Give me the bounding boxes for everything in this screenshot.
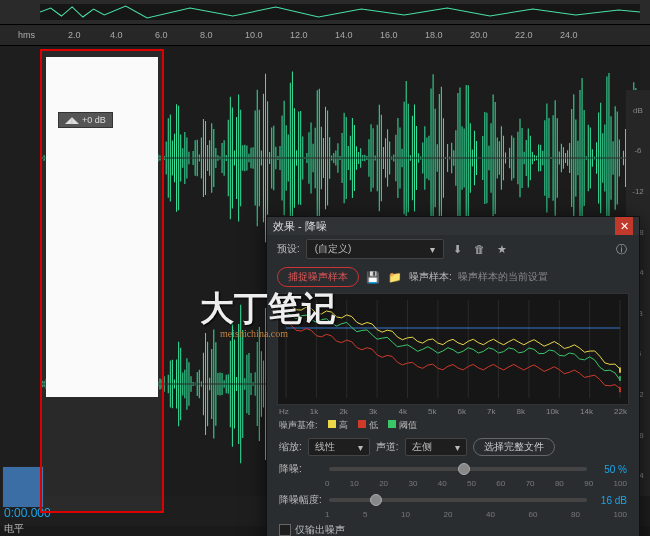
preset-dropdown[interactable]: (自定义) ▾ [306, 239, 444, 259]
ruler-tick: 22.0 [515, 30, 533, 40]
noise-reduction-slider[interactable] [329, 467, 587, 471]
scale-value: 线性 [315, 440, 335, 454]
ruler-tick: 18.0 [425, 30, 443, 40]
channel-value: 左侧 [412, 440, 432, 454]
gain-badge[interactable]: ◢◣ +0 dB [58, 112, 113, 128]
ruler-tick: 2.0 [68, 30, 81, 40]
ruler-tick: 14.0 [335, 30, 353, 40]
channel-dropdown[interactable]: 左侧▾ [405, 438, 467, 456]
favorite-icon[interactable]: ★ [494, 241, 510, 257]
legend-label: 噪声基准: [279, 419, 318, 432]
nr-label: 降噪: [279, 462, 323, 476]
chevron-down-icon: ▾ [358, 442, 363, 453]
ruler-tick: 4.0 [110, 30, 123, 40]
save-sample-icon[interactable]: 💾 [365, 269, 381, 285]
noise-reduction-dialog: 效果 - 降噪 ✕ 预设: (自定义) ▾ ⬇ 🗑 ★ ⓘ 捕捉噪声样本 💾 📁… [266, 216, 640, 536]
timecode-display[interactable]: 0:00.000 [4, 506, 51, 520]
amt-value[interactable]: 16 dB [593, 495, 627, 506]
checkbox-icon[interactable] [279, 524, 291, 536]
legend-thresh: 阈值 [399, 420, 417, 430]
ruler-tick: 8.0 [200, 30, 213, 40]
scale-tick: -6 [626, 146, 650, 155]
dialog-title-text: 效果 - 降噪 [273, 219, 327, 234]
ruler-tick: 20.0 [470, 30, 488, 40]
select-entire-file-button[interactable]: 选择完整文件 [473, 438, 555, 456]
preset-value: (自定义) [315, 242, 352, 256]
scale-label: 缩放: [279, 440, 302, 454]
time-ruler[interactable]: hms 2.0 4.0 6.0 8.0 10.0 12.0 14.0 16.0 … [0, 25, 650, 46]
nr-row: 降噪: 50 % [267, 459, 639, 479]
svg-rect-0 [40, 4, 640, 20]
ruler-tick: 6.0 [155, 30, 168, 40]
capture-row: 捕捉噪声样本 💾 📁 噪声样本: 噪声样本的当前设置 [267, 263, 639, 291]
scale-tick: -12 [626, 187, 650, 196]
level-label: 电平 [4, 522, 24, 536]
output-noise-only-row[interactable]: 仅输出噪声 [267, 521, 639, 536]
chevron-down-icon: ▾ [455, 442, 460, 453]
preset-label: 预设: [277, 242, 300, 256]
capture-noise-button[interactable]: 捕捉噪声样本 [277, 267, 359, 287]
app-topbar [0, 0, 650, 25]
ruler-tick: 24.0 [560, 30, 578, 40]
scale-db: dB [626, 106, 650, 115]
amt-label: 降噪幅度: [279, 493, 323, 507]
noise-sample-hint: 噪声样本的当前设置 [458, 270, 548, 284]
output-noise-only-label: 仅输出噪声 [295, 523, 345, 536]
ruler-tick: 16.0 [380, 30, 398, 40]
folder-icon[interactable]: 📁 [387, 269, 403, 285]
close-button[interactable]: ✕ [615, 217, 633, 235]
asset-thumbnail[interactable] [2, 466, 44, 508]
reduce-by-slider[interactable] [329, 498, 587, 502]
noise-sample-label: 噪声样本: [409, 270, 452, 284]
dialog-titlebar[interactable]: 效果 - 降噪 ✕ [267, 217, 639, 235]
gain-icon: ◢◣ [65, 115, 79, 125]
ruler-unit: hms [18, 30, 35, 40]
chart-legend: 噪声基准: 高 低 阈值 [267, 416, 639, 435]
amt-ticks: 151020406080100 [267, 510, 639, 521]
info-icon[interactable]: ⓘ [613, 241, 629, 257]
nr-ticks: 0102030405060708090100 [267, 479, 639, 490]
amt-row: 降噪幅度: 16 dB [267, 490, 639, 510]
svg-rect-4 [278, 294, 628, 404]
scale-row: 缩放: 线性▾ 声道: 左侧▾ 选择完整文件 [267, 435, 639, 459]
editor-main: dB -6 -12 -18 -24 dB -6 -12 -18 -24 ◢◣ +… [0, 46, 650, 526]
channel-label: 声道: [376, 440, 399, 454]
legend-high: 高 [339, 420, 348, 430]
noise-spectrum-chart[interactable] [277, 293, 629, 405]
ruler-tick: 12.0 [290, 30, 308, 40]
scale-dropdown[interactable]: 线性▾ [308, 438, 370, 456]
nr-value[interactable]: 50 % [593, 464, 627, 475]
ruler-tick: 10.0 [245, 30, 263, 40]
chevron-down-icon: ▾ [430, 244, 435, 255]
chart-xaxis: Hz1k2k3k4k5k6k7k8k10k14k22k [267, 407, 639, 416]
overview-waveform[interactable] [40, 4, 640, 20]
gain-value: +0 dB [82, 115, 106, 125]
save-preset-icon[interactable]: ⬇ [450, 241, 466, 257]
preset-row: 预设: (自定义) ▾ ⬇ 🗑 ★ ⓘ [267, 235, 639, 263]
legend-low: 低 [369, 420, 378, 430]
delete-preset-icon[interactable]: 🗑 [472, 241, 488, 257]
